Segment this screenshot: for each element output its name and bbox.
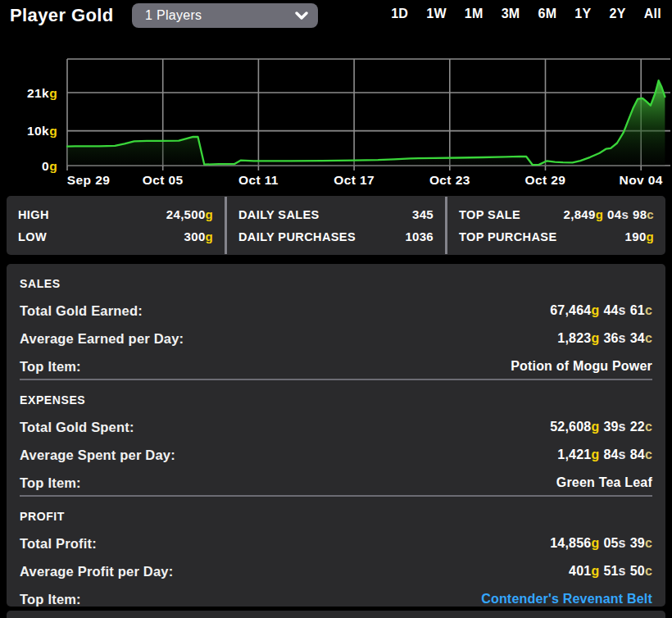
stats-col-high-low: HIGH 24,500g LOW 300g bbox=[7, 196, 225, 255]
profit-heading: PROFIT bbox=[20, 510, 652, 523]
profit-top-item-label: Top Item: bbox=[20, 592, 81, 607]
sales-average-row: Average Earned per Day: 1,823g36s34c bbox=[20, 325, 652, 352]
expenses-total-value: 52,608g39s22c bbox=[550, 420, 652, 434]
svg-text:21kg: 21kg bbox=[27, 86, 57, 100]
range-all-button[interactable]: All bbox=[644, 7, 661, 21]
expenses-section: EXPENSES Total Gold Spent: 52,608g39s22c… bbox=[20, 379, 652, 495]
sales-section: SALES Total Gold Earned: 67,464g44s61c A… bbox=[20, 264, 652, 379]
stat-high-label: HIGH bbox=[18, 208, 49, 221]
profit-average-value: 401g51s50c bbox=[569, 564, 652, 579]
stat-top-purchase: TOP PURCHASE 190g bbox=[459, 229, 654, 243]
stats-col-daily: DAILY SALES 345 DAILY PURCHASES 1036 bbox=[227, 196, 445, 255]
stat-high-value: 24,500g bbox=[166, 207, 213, 221]
stat-top-purchase-value: 190g bbox=[625, 229, 654, 243]
sales-top-item-label: Top Item: bbox=[20, 359, 81, 375]
range-1y-button[interactable]: 1Y bbox=[574, 7, 591, 21]
range-1d-button[interactable]: 1D bbox=[391, 7, 408, 21]
stat-low-value: 300g bbox=[184, 229, 213, 243]
stat-high: HIGH 24,500g bbox=[18, 207, 213, 221]
svg-text:Oct 23: Oct 23 bbox=[429, 173, 470, 187]
stat-top-sale-value: 2,849g04s98c bbox=[564, 207, 654, 221]
svg-text:Oct 05: Oct 05 bbox=[143, 173, 184, 187]
sales-average-value: 1,823g36s34c bbox=[557, 331, 652, 346]
profit-total-row: Total Profit: 14,856g05s39c bbox=[20, 529, 652, 557]
range-1w-button[interactable]: 1W bbox=[426, 7, 447, 21]
stat-daily-purchases: DAILY PURCHASES 1036 bbox=[238, 229, 434, 243]
expenses-top-item-value: Green Tea Leaf bbox=[556, 475, 652, 490]
stat-daily-sales-label: DAILY SALES bbox=[238, 208, 320, 221]
range-1m-button[interactable]: 1M bbox=[465, 7, 484, 21]
expenses-top-item-row: Top Item: Green Tea Leaf bbox=[20, 469, 652, 497]
stat-top-sale-label: TOP SALE bbox=[459, 208, 520, 221]
svg-text:Oct 17: Oct 17 bbox=[334, 173, 375, 187]
profit-total-label: Total Profit: bbox=[20, 536, 97, 552]
profit-average-label: Average Profit per Day: bbox=[20, 564, 173, 579]
time-range-selector: 1D 1W 1M 3M 6M 1Y 2Y All bbox=[391, 7, 661, 21]
expenses-heading: EXPENSES bbox=[20, 393, 652, 407]
summary-stats-bar: HIGH 24,500g LOW 300g DAILY SALES 345 DA… bbox=[7, 196, 665, 255]
gold-history-chart: 0g10kg21kgSep 29Oct 05Oct 11Oct 17Oct 23… bbox=[0, 49, 672, 190]
svg-text:Sep 29: Sep 29 bbox=[67, 173, 110, 187]
expenses-average-value: 1,421g84s84c bbox=[557, 448, 652, 462]
sales-top-item-row: Top Item: Potion of Mogu Power bbox=[20, 352, 652, 380]
stat-daily-sales: DAILY SALES 345 bbox=[238, 207, 434, 221]
chevron-down-icon bbox=[295, 11, 308, 20]
page-title: Player Gold bbox=[10, 5, 114, 26]
sales-total-row: Total Gold Earned: 67,464g44s61c bbox=[20, 297, 652, 325]
players-dropdown-value: 1 Players bbox=[145, 8, 295, 23]
profit-top-item-row: Top Item: Contender's Revenant Belt bbox=[20, 585, 652, 613]
range-6m-button[interactable]: 6M bbox=[538, 7, 556, 21]
stat-daily-purchases-value: 1036 bbox=[405, 229, 434, 243]
svg-text:0g: 0g bbox=[42, 159, 57, 173]
stat-low: LOW 300g bbox=[18, 229, 213, 243]
sales-total-value: 67,464g44s61c bbox=[550, 303, 652, 318]
sales-total-label: Total Gold Earned: bbox=[20, 303, 143, 319]
stat-top-sale: TOP SALE 2,849g04s98c bbox=[459, 207, 654, 221]
gold-history-chart-svg: 0g10kg21kgSep 29Oct 05Oct 11Oct 17Oct 23… bbox=[0, 49, 672, 190]
profit-average-row: Average Profit per Day: 401g51s50c bbox=[20, 557, 652, 585]
profit-top-item-link[interactable]: Contender's Revenant Belt bbox=[481, 592, 652, 607]
stat-daily-sales-value: 345 bbox=[412, 207, 434, 221]
gold-detail-panel: SALES Total Gold Earned: 67,464g44s61c A… bbox=[7, 264, 665, 607]
stat-top-purchase-label: TOP PURCHASE bbox=[459, 230, 556, 243]
players-dropdown[interactable]: 1 Players bbox=[132, 3, 318, 28]
svg-text:Oct 11: Oct 11 bbox=[238, 173, 279, 187]
expenses-top-item-label: Top Item: bbox=[20, 475, 81, 491]
stats-col-top: TOP SALE 2,849g04s98c TOP PURCHASE 190g bbox=[447, 196, 665, 255]
expenses-average-row: Average Spent per Day: 1,421g84s84c bbox=[20, 441, 652, 469]
expenses-total-label: Total Gold Spent: bbox=[20, 420, 134, 435]
range-3m-button[interactable]: 3M bbox=[502, 7, 520, 21]
svg-text:Oct 29: Oct 29 bbox=[525, 173, 566, 187]
range-2y-button[interactable]: 2Y bbox=[609, 7, 625, 21]
svg-text:10kg: 10kg bbox=[27, 124, 57, 138]
stat-daily-purchases-label: DAILY PURCHASES bbox=[238, 230, 356, 243]
expenses-total-row: Total Gold Spent: 52,608g39s22c bbox=[20, 413, 652, 441]
next-panel-top-edge bbox=[7, 611, 665, 618]
profit-total-value: 14,856g05s39c bbox=[550, 536, 652, 551]
sales-top-item-value: Potion of Mogu Power bbox=[511, 359, 652, 374]
svg-text:Nov 04: Nov 04 bbox=[620, 173, 663, 187]
sales-average-label: Average Earned per Day: bbox=[20, 331, 184, 347]
expenses-average-label: Average Spent per Day: bbox=[20, 448, 175, 463]
stat-low-label: LOW bbox=[18, 230, 47, 243]
sales-heading: SALES bbox=[20, 277, 652, 290]
profit-section: PROFIT Total Profit: 14,856g05s39c Avera… bbox=[20, 495, 652, 607]
